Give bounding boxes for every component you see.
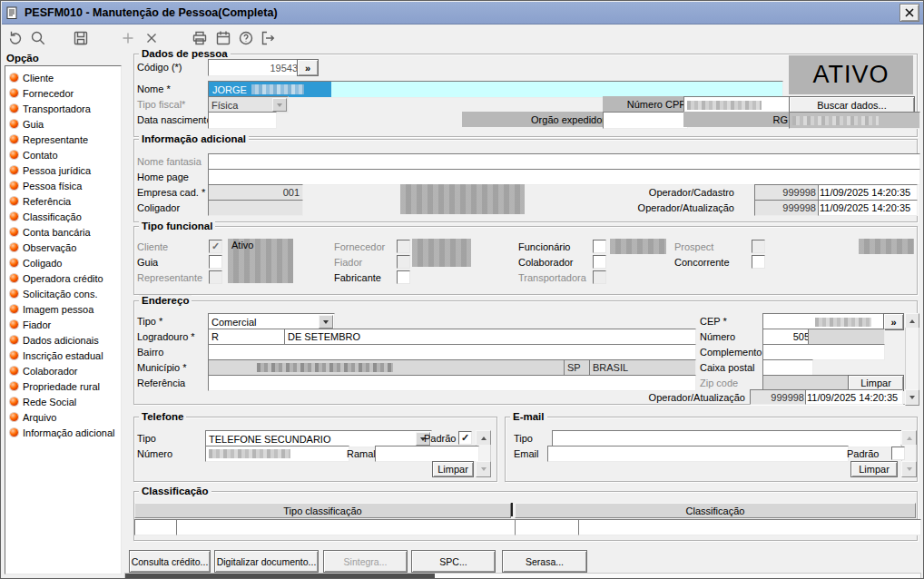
sidebar-item-colaborador[interactable]: Colaborador: [5, 363, 121, 378]
sintegra-button[interactable]: Sintegra...: [323, 550, 408, 573]
representante-checkbox[interactable]: [209, 270, 222, 284]
sidebar-item-informacao-adicional[interactable]: Informação adicional: [5, 425, 121, 440]
classificacao-cell[interactable]: [578, 519, 921, 535]
tipo-classificacao-header[interactable]: Tipo classificação: [134, 503, 511, 518]
print-icon[interactable]: [191, 29, 209, 47]
sidebar-item-transportadora[interactable]: Transportadora: [5, 101, 121, 116]
calendar-icon[interactable]: [214, 29, 232, 47]
data-nascimento-field[interactable]: [208, 112, 277, 129]
sidebar-item-dados-adicionais[interactable]: Dados adicionais: [5, 332, 121, 348]
undo-icon[interactable]: [6, 29, 25, 47]
transportadora-checkbox[interactable]: [593, 270, 606, 284]
scroll-down-icon[interactable]: [901, 461, 917, 477]
tipo-classificacao-codigo-cell[interactable]: [134, 519, 182, 535]
tipo-classificacao-cell[interactable]: [176, 519, 516, 535]
rg-field[interactable]: [789, 112, 920, 129]
empresa-cad-field[interactable]: 001: [208, 184, 303, 201]
fabricante-checkbox[interactable]: [397, 270, 410, 284]
chevron-down-icon[interactable]: [319, 315, 333, 329]
funcionario-checkbox[interactable]: [593, 240, 606, 253]
municipio-field[interactable]: [208, 359, 565, 376]
email-field[interactable]: [547, 446, 849, 462]
sidebar-item-conta-bancaria[interactable]: Conta bancária: [5, 224, 121, 240]
chevron-down-icon[interactable]: [272, 98, 287, 112]
sidebar-item-classificacao[interactable]: Classificação: [5, 209, 121, 224]
orgao-expedidor-field[interactable]: [603, 112, 688, 129]
logradouro-field[interactable]: DE SETEMBRO: [284, 329, 696, 345]
sidebar-item-guia[interactable]: Guia: [5, 116, 121, 132]
sidebar-item-referencia[interactable]: Referência: [5, 193, 121, 209]
guia-label: Guia: [137, 257, 158, 269]
save-icon[interactable]: [72, 29, 90, 47]
codigo-field[interactable]: 19543: [208, 59, 301, 76]
sidebar-item-solicitacao-cons[interactable]: Solicitação cons.: [5, 286, 121, 301]
serasa-button[interactable]: Serasa...: [502, 550, 587, 573]
sidebar-item-contato[interactable]: Contato: [5, 147, 121, 162]
help-icon[interactable]: [237, 29, 255, 47]
referencia-field[interactable]: [208, 375, 696, 391]
close-window-button[interactable]: [899, 4, 919, 22]
delete-icon[interactable]: [143, 29, 161, 47]
digitalizar-documento-button[interactable]: Digitalizar documento...: [214, 550, 319, 573]
sidebar-item-imagem-pessoa[interactable]: Imagem pessoa: [5, 301, 121, 317]
sidebar-item-inscricao-estadual[interactable]: Inscrição estadual: [5, 348, 121, 363]
pais-field[interactable]: BRASIL: [589, 359, 696, 376]
home-page-field[interactable]: [208, 169, 920, 185]
numero-endereco-field[interactable]: 505: [762, 329, 813, 345]
exit-icon[interactable]: [259, 29, 277, 47]
sidebar-item-pessoa-fisica[interactable]: Pessoa física: [5, 178, 121, 193]
sidebar-item-operadora-credito[interactable]: Operadora crédito: [5, 270, 121, 286]
sidebar-item-propriedade-rural[interactable]: Propriedade rural: [5, 378, 121, 394]
sidebar-item-fiador[interactable]: Fiador: [5, 317, 121, 332]
codigo-lookup-button[interactable]: »: [297, 59, 319, 76]
guia-checkbox[interactable]: [209, 255, 222, 269]
sidebar-item-label: Cliente: [23, 73, 54, 83]
fornecedor-checkbox[interactable]: [397, 240, 410, 253]
sidebar-item-coligado[interactable]: Coligado: [5, 255, 121, 270]
prospect-checkbox[interactable]: [752, 240, 765, 253]
sidebar-list[interactable]: Cliente Fornecedor Transportadora Guia R…: [5, 65, 122, 574]
sidebar-item-observacao[interactable]: Observação: [5, 240, 121, 255]
cliente-checkbox[interactable]: [209, 240, 222, 253]
telefone-numero-field[interactable]: [205, 446, 349, 462]
bullet-icon: [10, 290, 18, 298]
empresa-cad-label: Empresa cad. *: [137, 187, 205, 199]
bullet-icon: [10, 428, 18, 437]
caixa-postal-field[interactable]: [762, 359, 813, 376]
uf-field[interactable]: SP: [564, 359, 592, 376]
nome-fantasia-field[interactable]: [208, 153, 920, 170]
limpar-email-button[interactable]: Limpar: [850, 461, 898, 477]
colaborador-checkbox[interactable]: [593, 255, 606, 269]
sidebar-item-representante[interactable]: Representante: [5, 132, 121, 147]
scroll-down-icon[interactable]: [905, 389, 919, 406]
complemento-field[interactable]: [762, 344, 885, 360]
redacted-name: [251, 84, 304, 94]
email-padrao-checkbox[interactable]: [891, 447, 905, 460]
telefone-padrao-checkbox[interactable]: [458, 431, 472, 445]
bairro-field[interactable]: [208, 344, 696, 360]
classificacao-header[interactable]: Classificação: [515, 503, 916, 518]
coligador-field[interactable]: [208, 200, 303, 216]
search-icon[interactable]: [29, 29, 47, 47]
spc-button[interactable]: SPC...: [411, 550, 496, 573]
horizontal-scrollbar[interactable]: [124, 573, 921, 579]
scroll-down-icon[interactable]: [476, 461, 491, 477]
consulta-credito-button[interactable]: Consulta crédito...: [129, 550, 211, 573]
fiador-checkbox[interactable]: [397, 255, 410, 269]
limpar-telefone-button[interactable]: Limpar: [432, 461, 474, 477]
cep-lookup-button[interactable]: »: [883, 313, 904, 330]
title-bar[interactable]: PESFM010 - Manutenção de Pessoa(Completa…: [2, 2, 923, 25]
sidebar-item-fornecedor[interactable]: Fornecedor: [5, 85, 121, 101]
sidebar-item-pessoa-juridica[interactable]: Pessoa jurídica: [5, 162, 121, 178]
telefone-tipo-label: Tipo: [137, 433, 156, 445]
sidebar-item-arquivo[interactable]: Arquivo: [5, 409, 121, 425]
logradouro-prefixo-field[interactable]: R: [208, 329, 290, 345]
ramal-field[interactable]: [375, 446, 479, 462]
sidebar-item-cliente[interactable]: Cliente: [5, 70, 121, 85]
scrollbar-track[interactable]: [905, 328, 919, 389]
add-icon[interactable]: [119, 29, 137, 47]
horizontal-scrollbar-thumb[interactable]: [125, 574, 435, 579]
classificacao-codigo-cell[interactable]: [515, 519, 584, 535]
sidebar-item-rede-social[interactable]: Rede Social: [5, 394, 121, 409]
concorrente-checkbox[interactable]: [752, 255, 765, 269]
